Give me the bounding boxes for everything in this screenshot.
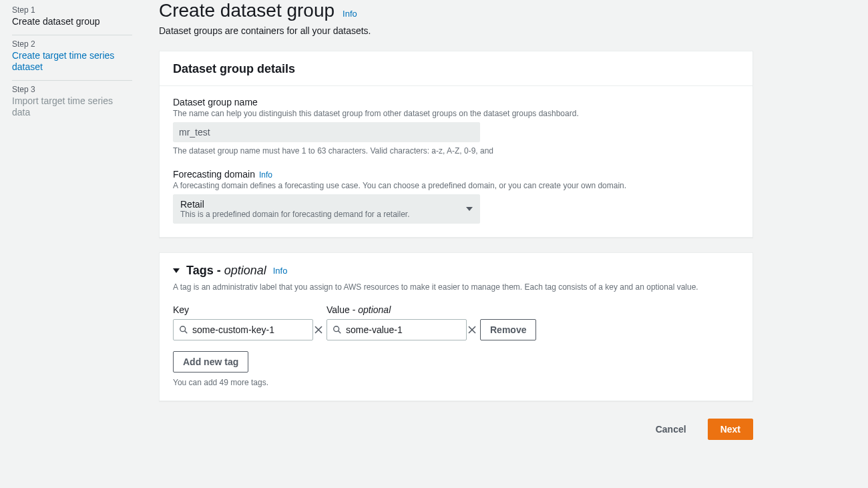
page-title: Create dataset group (159, 0, 335, 21)
wizard-step-2[interactable]: Step 2 Create target time series dataset (12, 35, 132, 81)
wizard-step-3[interactable]: Step 3 Import target time series data (12, 81, 132, 126)
clear-button[interactable] (467, 324, 477, 335)
tags-title-text: Tags - (186, 264, 224, 277)
tags-description: A tag is an administrativ label that you… (173, 282, 739, 292)
step-title: Create target time series dataset (12, 50, 132, 73)
tags-panel: Tags - optional Info A tag is an adminis… (159, 252, 753, 401)
field-hint: The dataset group name must have 1 to 63… (173, 146, 739, 156)
svg-point-4 (334, 326, 339, 332)
clear-button[interactable] (313, 324, 324, 335)
field-label: Dataset group name (173, 97, 739, 107)
select-value: Retail (180, 199, 410, 210)
tag-row: Key Value - optional (173, 304, 739, 340)
panel-title: Tags - optional (186, 264, 266, 278)
tag-value-input[interactable] (342, 324, 467, 335)
info-link[interactable]: Info (273, 266, 288, 276)
wizard-step-1[interactable]: Step 1 Create dataset group (12, 1, 132, 35)
tag-key-column: Key (173, 304, 313, 340)
tag-key-label: Key (173, 304, 313, 315)
tags-optional-text: optional (224, 264, 266, 277)
field-label: Forecasting domain (173, 169, 255, 180)
panel-title: Dataset group details (173, 62, 739, 76)
step-number: Step 2 (12, 39, 132, 49)
select-description: This is a predefined domain for forecast… (180, 210, 410, 219)
remove-tag-button[interactable]: Remove (480, 319, 536, 340)
add-tag-button[interactable]: Add new tag (173, 351, 248, 373)
tag-value-input-wrapper (327, 319, 467, 340)
tag-value-optional-text: optional (358, 304, 391, 315)
tags-header-row[interactable]: Tags - optional Info (173, 264, 739, 278)
page-title-row: Create dataset group Info (159, 0, 753, 21)
chevron-down-icon (173, 268, 180, 273)
forecasting-domain-select[interactable]: Retail This is a predefined domain for f… (173, 194, 480, 224)
info-link[interactable]: Info (259, 170, 272, 180)
step-title: Import target time series data (12, 95, 132, 119)
panel-header: Dataset group details (160, 51, 752, 86)
svg-point-0 (180, 326, 186, 332)
dataset-group-name-field: Dataset group name The name can help you… (173, 97, 739, 156)
svg-line-5 (339, 331, 341, 334)
field-help: A forecasting domain defines a forecasti… (173, 181, 739, 190)
page-description: Dataset groups are containers for all yo… (159, 25, 753, 36)
close-icon (314, 326, 322, 334)
dataset-group-details-panel: Dataset group details Dataset group name… (159, 51, 753, 238)
info-link[interactable]: Info (343, 9, 357, 19)
tag-key-input[interactable] (188, 324, 313, 335)
step-number: Step 3 (12, 85, 132, 94)
tag-key-input-wrapper (173, 319, 313, 340)
close-icon (468, 326, 476, 334)
svg-line-1 (185, 331, 188, 334)
step-number: Step 1 (12, 5, 132, 15)
footer-actions: Cancel Next (159, 419, 753, 440)
next-button[interactable]: Next (708, 419, 753, 440)
wizard-steps: Step 1 Create dataset group Step 2 Creat… (12, 0, 132, 440)
tag-value-label-text: Value - (327, 304, 358, 315)
forecasting-domain-field: Forecasting domain Info A forecasting do… (173, 169, 739, 224)
search-icon (179, 325, 188, 334)
search-icon (333, 325, 342, 334)
step-title: Create dataset group (12, 16, 132, 28)
tags-remaining-text: You can add 49 more tags. (173, 378, 739, 387)
chevron-down-icon (466, 207, 473, 211)
tag-value-label: Value - optional (327, 304, 467, 315)
cancel-button[interactable]: Cancel (644, 419, 698, 440)
tag-value-column: Value - optional (327, 304, 467, 340)
field-help: The name can help you distinguish this d… (173, 109, 739, 118)
dataset-group-name-input[interactable] (173, 122, 480, 142)
main-content: Create dataset group Info Dataset groups… (132, 0, 753, 440)
